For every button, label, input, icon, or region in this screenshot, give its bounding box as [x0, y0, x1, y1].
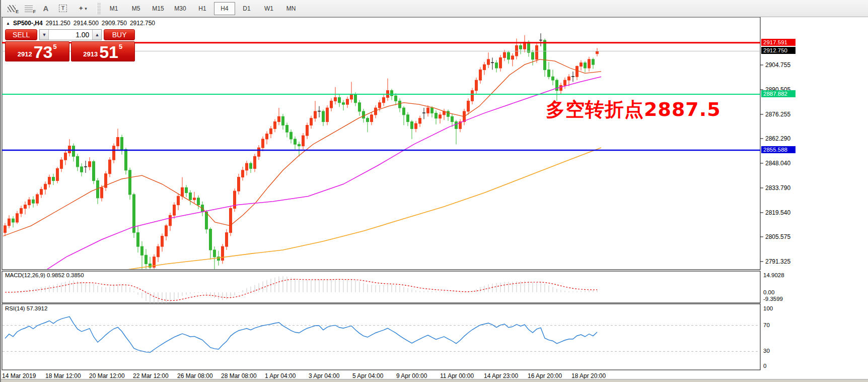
bid-price-button[interactable]: 2912 73 5: [5, 41, 69, 61]
time-tick-label: 9 Apr 00:00: [396, 372, 427, 379]
time-tick-label: 3 Apr 04:00: [309, 372, 339, 379]
macd-axis-label: -9.3599: [763, 296, 783, 302]
rsi-axis-label: 30: [763, 348, 770, 354]
ask-big-digits: 51: [99, 44, 118, 60]
bid-prefix: 2912: [18, 50, 32, 58]
sell-button[interactable]: SELL: [5, 29, 37, 40]
price-tick-label: 2848.040: [765, 160, 790, 167]
text-label-icon[interactable]: T: [54, 2, 71, 15]
macd-indicator-label: MACD(12,26,9) 0.9852 0.3850: [5, 272, 84, 278]
tf-button-m15[interactable]: M15: [148, 2, 169, 15]
bid-big-digits: 73: [34, 44, 53, 60]
rsi-axis-label: 70: [763, 322, 770, 328]
toolbar: E F A T ✦ ▾ M1M5M15M30H1H4D1W1MN: [1, 0, 868, 17]
mt4-window: E F A T ✦ ▾ M1M5M15M30H1H4D1W1MN ▲ SP500…: [0, 0, 868, 382]
icon-letter: A: [43, 4, 49, 13]
ask-pip-digit: 5: [119, 43, 122, 50]
chart-annotation-text[interactable]: 多空转折点2887.5: [546, 97, 721, 122]
rsi-axis-label: 100: [763, 305, 773, 311]
close-value: 2912.750: [130, 20, 155, 27]
time-tick-label: 5 Apr 04:00: [352, 372, 383, 379]
price-tick-label: 2876.255: [765, 111, 790, 118]
price-tick-label: 2819.540: [765, 209, 790, 216]
volume-increase-button[interactable]: ▲: [92, 30, 101, 40]
time-tick-label: 16 Apr 20:00: [528, 372, 562, 379]
time-tick-label: 22 Mar 12:00: [133, 372, 169, 379]
tf-button-w1[interactable]: W1: [258, 2, 279, 15]
tf-button-h4[interactable]: H4: [214, 2, 235, 15]
tf-button-m1[interactable]: M1: [103, 2, 124, 15]
one-click-trading-widget: SELL ▼ ▲ BUY 2912 73 5 2913 51 5: [5, 29, 135, 61]
volume-input[interactable]: [49, 30, 92, 40]
time-tick-label: 14 Mar 2019: [2, 372, 36, 379]
time-tick-label: 26 Mar 08:00: [177, 372, 213, 379]
time-tick-label: 18 Mar 12:00: [45, 372, 81, 379]
tf-button-d1[interactable]: D1: [236, 2, 257, 15]
icon-letter: E: [16, 9, 19, 14]
equidistant-channel-icon[interactable]: E: [3, 2, 20, 15]
price-tick-label: 2862.290: [765, 135, 790, 142]
tf-button-mn[interactable]: MN: [280, 2, 302, 15]
time-tick-label: 1 Apr 04:00: [265, 372, 296, 379]
chart-canvas[interactable]: [1, 17, 868, 382]
chevron-down-icon: ▾: [85, 6, 87, 11]
hatch-icon: E: [8, 5, 16, 12]
price-tick-label: 2833.790: [765, 184, 790, 192]
fibonacci-retracement-icon[interactable]: F: [20, 2, 37, 15]
high-value: 2914.500: [74, 20, 99, 27]
price-line-label[interactable]: 2855.588: [761, 146, 795, 153]
price-tick-label: 2805.575: [765, 233, 790, 240]
tf-button-h1[interactable]: H1: [192, 2, 213, 15]
low-value: 2909.750: [102, 20, 127, 27]
tf-button-m30[interactable]: M30: [170, 2, 191, 15]
macd-axis-label: 14.9028: [763, 272, 784, 278]
text-icon[interactable]: A: [37, 2, 54, 15]
price-tick-label: 2791.325: [765, 258, 790, 265]
icon-glyph: ✦: [78, 5, 84, 12]
toolbar-grip[interactable]: [97, 3, 101, 14]
volume-stepper: ▼ ▲: [39, 29, 102, 40]
chart-workspace: ▲ SP500-,H4 2911.250 2914.500 2909.750 2…: [1, 17, 868, 382]
time-tick-label: 18 Apr 20:00: [571, 372, 606, 379]
window-bottom-edge: [1, 379, 868, 382]
timeframe-group: M1M5M15M30H1H4D1W1MN: [103, 2, 302, 15]
icon-letter: F: [33, 9, 36, 14]
open-value: 2911.250: [46, 20, 70, 27]
time-tick-label: 20 Mar 12:00: [89, 372, 125, 379]
price-line-label[interactable]: 2912.750: [761, 47, 795, 54]
bid-pip-digit: 5: [53, 43, 57, 50]
collapse-icon[interactable]: ▲: [6, 21, 10, 26]
ask-price-button[interactable]: 2913 51 5: [71, 41, 135, 61]
time-tick-label: 14 Apr 23:00: [484, 372, 518, 379]
price-tick-label: 2904.755: [765, 61, 790, 69]
time-tick-label: 11 Apr 00:00: [440, 372, 474, 379]
arrows-icon[interactable]: ✦ ▾: [71, 2, 94, 15]
ask-prefix: 2913: [83, 50, 98, 58]
tf-button-m5[interactable]: M5: [125, 2, 147, 15]
chart-title: ▲ SP500-,H4 2911.250 2914.500 2909.750 2…: [6, 20, 155, 27]
buy-button[interactable]: BUY: [104, 29, 135, 40]
symbol-label: SP500-,H4: [13, 20, 43, 27]
macd-axis-label: 0.00: [763, 289, 774, 295]
rsi-axis-label: 0: [763, 363, 766, 369]
volume-decrease-button[interactable]: ▼: [40, 30, 49, 40]
price-line-label[interactable]: 2917.591: [761, 39, 795, 46]
time-tick-label: 28 Mar 08:00: [221, 372, 257, 379]
icon-letter: T: [59, 5, 67, 12]
grid-icon: F: [25, 5, 33, 12]
rsi-indicator-label: RSI(14) 57.3912: [5, 305, 47, 311]
price-line-label[interactable]: 2887.882: [761, 90, 795, 97]
